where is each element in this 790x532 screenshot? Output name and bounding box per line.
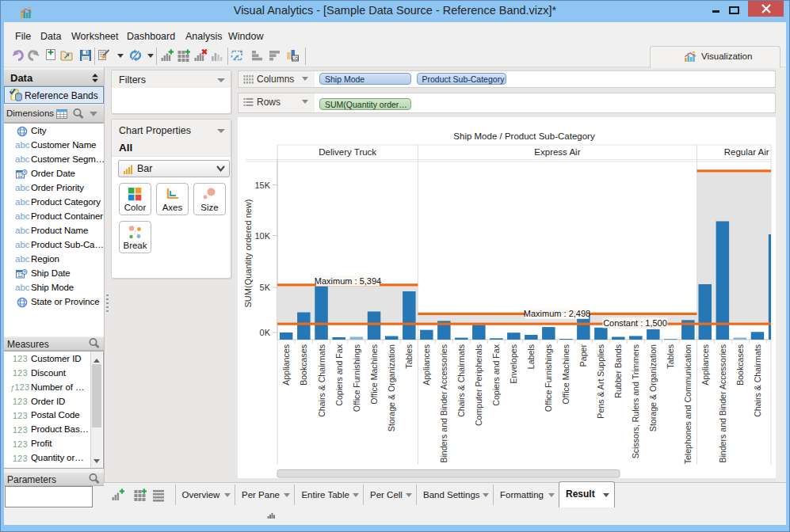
svg-text:15K: 15K (254, 180, 270, 190)
svg-text:Binders and Binder Accessories: Binders and Binder Accessories (718, 344, 727, 463)
svg-text:Delivery Truck: Delivery Truck (319, 147, 376, 157)
svg-text:Chairs & Chairmats: Chairs & Chairmats (317, 344, 326, 417)
svg-text:Rubber Bands: Rubber Bands (613, 344, 623, 398)
svg-text:Storage & Organization: Storage & Organization (648, 344, 658, 431)
svg-text:Computer Peripherals: Computer Peripherals (474, 344, 483, 426)
svg-text:Binders and Binder Accessories: Binders and Binder Accessories (439, 344, 448, 463)
svg-text:5K: 5K (260, 283, 271, 292)
svg-text:Envelopes: Envelopes (509, 344, 518, 383)
svg-text:Constant : 1,500: Constant : 1,500 (603, 318, 667, 328)
svg-text:Paper: Paper (578, 344, 588, 367)
svg-text:Appliances: Appliances (281, 344, 291, 386)
svg-text:Maximum : 5,394: Maximum : 5,394 (315, 276, 381, 286)
svg-text:Regular Air: Regular Air (724, 147, 769, 157)
svg-text:Office Furnishings: Office Furnishings (352, 344, 361, 412)
svg-text:Chairs & Chairmats: Chairs & Chairmats (456, 344, 466, 417)
svg-text:Tables: Tables (666, 344, 675, 369)
svg-text:0K: 0K (260, 328, 271, 337)
svg-text:Bookcases: Bookcases (299, 344, 308, 386)
svg-text:Copiers and Fax: Copiers and Fax (334, 344, 344, 405)
svg-text:Ship Mode / Product Sub-Catego: Ship Mode / Product Sub-Category (453, 131, 595, 141)
svg-text:Chairs & Chairmats: Chairs & Chairmats (753, 344, 762, 417)
svg-text:Office Machines: Office Machines (369, 344, 379, 405)
svg-text:Pens & Art Supplies: Pens & Art Supplies (596, 344, 605, 419)
svg-text:Appliances: Appliances (700, 344, 710, 386)
svg-text:Office Machines: Office Machines (561, 344, 571, 405)
svg-text:Office Furnishings: Office Furnishings (544, 344, 553, 412)
svg-text:Appliances: Appliances (422, 344, 431, 386)
svg-text:Maximum : 2,498: Maximum : 2,498 (524, 309, 590, 318)
svg-text:Bookcases: Bookcases (735, 344, 745, 386)
svg-text:Telephones and Communication: Telephones and Communication (683, 344, 693, 464)
svg-text:Express Air: Express Air (534, 147, 580, 157)
svg-text:Copiers and Fax: Copiers and Fax (491, 344, 501, 405)
svg-text:Labels: Labels (526, 344, 536, 369)
svg-text:SUM(Quantity ordered new): SUM(Quantity ordered new) (243, 200, 253, 308)
svg-text:Tables: Tables (404, 344, 414, 369)
svg-text:Storage & Organization: Storage & Organization (387, 344, 396, 431)
svg-text:Scissors, Rulers and Trimmers: Scissors, Rulers and Trimmers (631, 344, 640, 458)
svg-text:10K: 10K (254, 231, 270, 241)
svg-text:LO: LO (292, 56, 299, 61)
